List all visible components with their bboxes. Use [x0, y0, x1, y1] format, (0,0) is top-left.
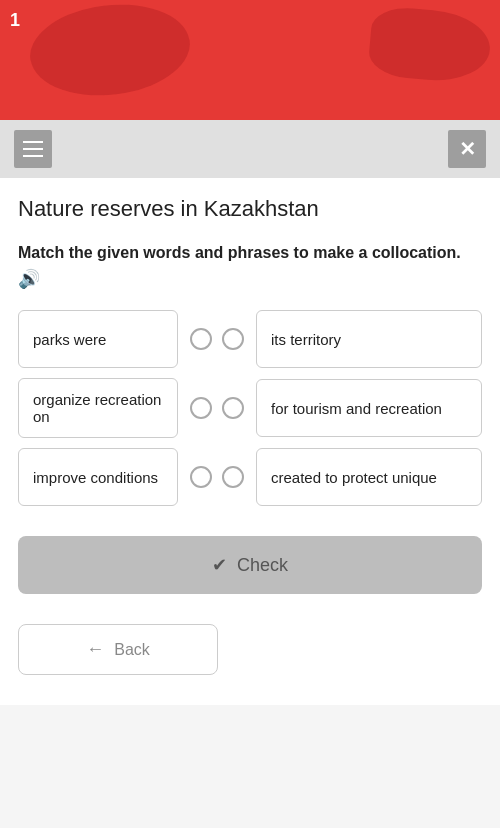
- radio-group-3: [178, 466, 256, 488]
- radio-left-2[interactable]: [190, 397, 212, 419]
- check-icon: ✔: [212, 554, 227, 576]
- close-button[interactable]: ✕: [448, 130, 486, 168]
- radio-right-3[interactable]: [222, 466, 244, 488]
- instruction-row: 🔊: [18, 268, 482, 290]
- check-label: Check: [237, 555, 288, 576]
- radio-right-1[interactable]: [222, 328, 244, 350]
- radio-right-2[interactable]: [222, 397, 244, 419]
- hamburger-line-2: [23, 148, 43, 150]
- decorative-blob-2: [367, 5, 493, 85]
- back-label: Back: [114, 641, 150, 659]
- right-item-2: for tourism and recreation: [256, 379, 482, 437]
- main-content: Nature reserves in Kazakhstan Match the …: [0, 178, 500, 705]
- radio-left-1[interactable]: [190, 328, 212, 350]
- top-banner: 1: [0, 0, 500, 120]
- back-button[interactable]: ← Back: [18, 624, 218, 675]
- left-item-1: parks were: [18, 310, 178, 368]
- menu-button[interactable]: [14, 130, 52, 168]
- radio-group-2: [178, 397, 256, 419]
- radio-left-3[interactable]: [190, 466, 212, 488]
- instruction-block: Match the given words and phrases to mak…: [18, 242, 482, 290]
- right-item-3: created to protect unique: [256, 448, 482, 506]
- table-row: improve conditions created to protect un…: [18, 448, 482, 506]
- hamburger-line-1: [23, 141, 43, 143]
- decorative-blob-1: [23, 0, 196, 108]
- page-title: Nature reserves in Kazakhstan: [18, 196, 482, 222]
- hamburger-line-3: [23, 155, 43, 157]
- audio-icon[interactable]: 🔊: [18, 268, 40, 290]
- toolbar: ✕: [0, 120, 500, 178]
- banner-number: 1: [10, 10, 20, 31]
- check-button[interactable]: ✔ Check: [18, 536, 482, 594]
- left-item-2: organize recreation on: [18, 378, 178, 438]
- table-row: organize recreation on for tourism and r…: [18, 378, 482, 438]
- right-item-1: its territory: [256, 310, 482, 368]
- instruction-text: Match the given words and phrases to mak…: [18, 242, 482, 264]
- radio-group-1: [178, 328, 256, 350]
- back-arrow-icon: ←: [86, 639, 104, 660]
- table-row: parks were its territory: [18, 310, 482, 368]
- left-item-3: improve conditions: [18, 448, 178, 506]
- matching-container: parks were its territory organize recrea…: [18, 310, 482, 506]
